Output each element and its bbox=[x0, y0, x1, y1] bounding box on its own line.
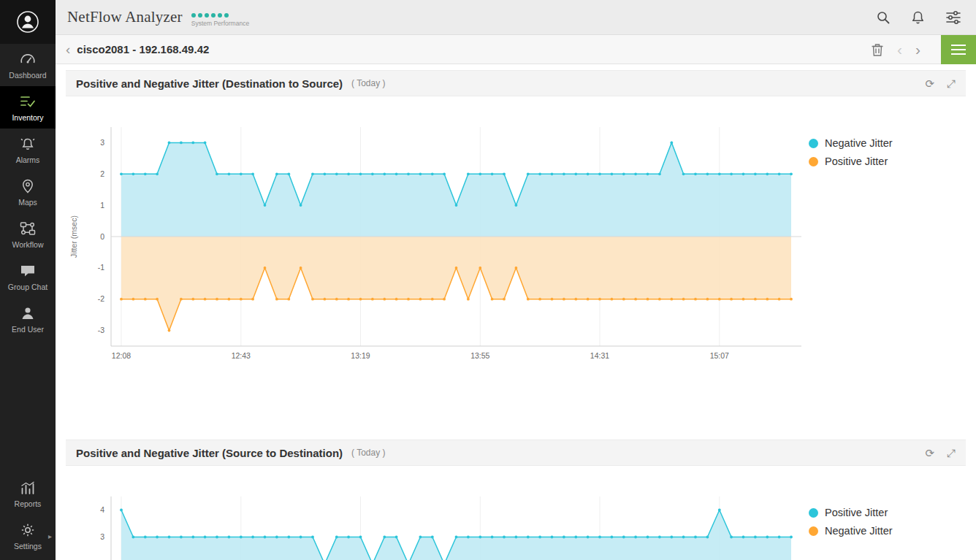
sidebar-nav: Dashboard Inventory bbox=[0, 44, 56, 340]
sidebar-item-label: Group Chat bbox=[8, 283, 47, 291]
panel-actions: ⟳ ⤢ bbox=[925, 78, 956, 89]
device-title: cisco2081 - 192.168.49.42 bbox=[77, 43, 209, 55]
svg-text:Jitter (msec): Jitter (msec) bbox=[69, 215, 78, 258]
sidebar-item-label: Workflow bbox=[12, 240, 44, 249]
legend-label: Negative Jitter bbox=[825, 137, 893, 149]
app-title: NetFlow Analyzer bbox=[67, 8, 183, 26]
settings-expand-arrow-icon[interactable]: ▸ bbox=[48, 532, 52, 540]
gear-icon bbox=[20, 522, 36, 538]
panel-header: Positive and Negative Jitter (Destinatio… bbox=[66, 70, 966, 96]
avatar-icon bbox=[15, 9, 40, 34]
search-icon[interactable] bbox=[876, 10, 891, 25]
sidebar-item-dashboard[interactable]: Dashboard bbox=[0, 44, 56, 86]
panel-period: ( Today ) bbox=[351, 78, 385, 88]
sidebar-item-label: Dashboard bbox=[9, 71, 46, 80]
legend-item[interactable]: Positive Jitter bbox=[809, 507, 966, 518]
svg-text:12:08: 12:08 bbox=[112, 351, 131, 360]
sidebar-item-label: Alarms bbox=[16, 156, 40, 164]
dashboard-icon bbox=[19, 51, 37, 67]
main-area: NetFlow Analyzer System Performance bbox=[56, 0, 976, 560]
sidebar-item-label: Settings bbox=[14, 542, 42, 551]
svg-text:12:43: 12:43 bbox=[232, 351, 251, 360]
reports-chart-icon bbox=[19, 480, 37, 496]
hamburger-icon bbox=[951, 45, 966, 46]
svg-text:13:55: 13:55 bbox=[470, 351, 489, 360]
panel-title: Positive and Negative Jitter (Source to … bbox=[76, 447, 343, 459]
sidebar-item-reports[interactable]: Reports bbox=[0, 472, 56, 515]
sidebar-item-end-user[interactable]: End User bbox=[0, 298, 56, 340]
chart-legend: Positive JitterNegative Jitter bbox=[809, 466, 966, 560]
legend-dot bbox=[809, 526, 818, 536]
jitter-panel-source-to-dest: Positive and Negative Jitter (Source to … bbox=[66, 440, 966, 560]
sidebar-item-group-chat[interactable]: Group Chat bbox=[0, 256, 56, 298]
alarm-bell-icon bbox=[19, 136, 37, 152]
legend-item[interactable]: Positive Jitter bbox=[809, 156, 966, 167]
svg-text:-1: -1 bbox=[98, 263, 104, 272]
jitter-panel-dest-to-source: Positive and Negative Jitter (Destinatio… bbox=[66, 70, 966, 374]
svg-text:15:07: 15:07 bbox=[710, 351, 729, 360]
sidebar-item-label: Inventory bbox=[12, 113, 43, 122]
svg-text:14:31: 14:31 bbox=[590, 351, 609, 360]
menu-button[interactable] bbox=[941, 35, 976, 64]
delete-trash-icon[interactable] bbox=[871, 42, 884, 57]
settings-sliders-icon[interactable] bbox=[945, 10, 961, 25]
prev-device-chevron-icon[interactable]: ‹ bbox=[897, 42, 902, 57]
jitter-chart-dest-to-source: 12:0812:4313:1913:5514:3115:073210-1-2-3… bbox=[66, 96, 809, 374]
sidebar-item-label: Maps bbox=[18, 198, 37, 207]
workflow-icon bbox=[19, 220, 37, 237]
legend-dot bbox=[809, 508, 818, 518]
sidebar-item-label: End User bbox=[12, 325, 44, 334]
brand-dots bbox=[191, 13, 249, 18]
next-device-chevron-icon[interactable]: › bbox=[915, 42, 920, 57]
expand-icon[interactable]: ⤢ bbox=[947, 448, 956, 459]
top-bar: NetFlow Analyzer System Performance bbox=[56, 0, 976, 35]
svg-text:3: 3 bbox=[100, 532, 104, 541]
sidebar-item-maps[interactable]: Maps bbox=[0, 171, 56, 213]
legend-label: Positive Jitter bbox=[825, 156, 888, 167]
chart-row: 12:0812:4313:1913:5514:3115:0743210-1-2-… bbox=[66, 466, 966, 560]
panel-period: ( Today ) bbox=[351, 448, 385, 458]
app-window: Dashboard Inventory bbox=[0, 0, 976, 560]
location-pin-icon bbox=[20, 178, 36, 194]
brand-meta: System Performance bbox=[191, 8, 249, 27]
svg-text:1: 1 bbox=[100, 201, 104, 210]
panel-header: Positive and Negative Jitter (Source to … bbox=[66, 440, 966, 466]
inventory-icon bbox=[19, 93, 37, 110]
svg-text:-2: -2 bbox=[98, 294, 104, 303]
chat-bubble-icon bbox=[19, 263, 37, 279]
content-area: Positive and Negative Jitter (Destinatio… bbox=[56, 64, 976, 560]
refresh-icon[interactable]: ⟳ bbox=[925, 448, 934, 459]
svg-text:3: 3 bbox=[100, 138, 104, 147]
legend-item[interactable]: Negative Jitter bbox=[809, 137, 966, 149]
sidebar-bottom: Reports Settings ▸ bbox=[0, 472, 56, 560]
back-chevron-icon[interactable]: ‹ bbox=[66, 42, 70, 56]
sidebar-item-label: Reports bbox=[15, 499, 42, 508]
expand-icon[interactable]: ⤢ bbox=[947, 78, 956, 89]
breadcrumb-actions: ‹ › bbox=[871, 35, 976, 64]
chart-row: 12:0812:4313:1913:5514:3115:073210-1-2-3… bbox=[66, 96, 966, 374]
sidebar-item-inventory[interactable]: Inventory bbox=[0, 86, 56, 129]
legend-dot bbox=[809, 139, 818, 148]
notifications-bell-icon[interactable] bbox=[911, 10, 925, 25]
svg-text:0: 0 bbox=[100, 232, 104, 241]
svg-text:-3: -3 bbox=[98, 326, 104, 334]
brand: NetFlow Analyzer System Performance bbox=[67, 8, 249, 27]
sidebar-item-settings[interactable]: Settings ▸ bbox=[0, 515, 56, 557]
sidebar-item-alarms[interactable]: Alarms bbox=[0, 129, 56, 171]
legend-label: Negative Jitter bbox=[825, 525, 893, 537]
legend-item[interactable]: Negative Jitter bbox=[809, 525, 966, 537]
person-icon bbox=[20, 305, 36, 321]
svg-text:2: 2 bbox=[100, 169, 104, 178]
svg-text:4: 4 bbox=[100, 505, 104, 514]
sidebar: Dashboard Inventory bbox=[0, 0, 56, 560]
refresh-icon[interactable]: ⟳ bbox=[925, 78, 934, 89]
legend-dot bbox=[809, 157, 818, 166]
svg-text:13:19: 13:19 bbox=[351, 351, 370, 360]
topbar-actions bbox=[876, 10, 961, 25]
user-avatar[interactable] bbox=[0, 0, 56, 44]
sidebar-item-workflow[interactable]: Workflow bbox=[0, 213, 56, 256]
app-subtitle: System Performance bbox=[191, 20, 249, 27]
panel-actions: ⟳ ⤢ bbox=[925, 448, 956, 459]
legend-label: Positive Jitter bbox=[825, 507, 888, 518]
panel-title: Positive and Negative Jitter (Destinatio… bbox=[76, 77, 343, 90]
